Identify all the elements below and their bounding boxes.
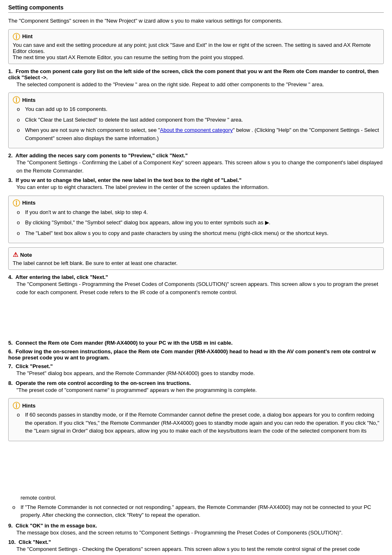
note1-text: The label cannot be left blank. Be sure …	[13, 260, 379, 266]
step-5-num: 5.	[8, 340, 16, 346]
step-2: 2. After adding the neces sary com ponen…	[8, 152, 384, 175]
step-10: 10. Click "Next." The "Component Setting…	[8, 539, 384, 555]
hint-header-1: Hint	[13, 33, 379, 40]
hint4-bullet-2: o If "The Remote Commander is not connec…	[12, 503, 384, 519]
step-3-label: If you w ant to change the label, enter …	[16, 177, 242, 183]
hint3-bullet-3: o The "Label" text box allow s you to co…	[17, 229, 379, 237]
hint-box-2: Hints o You can add up to 16 components.…	[8, 92, 384, 148]
hint-title-3: Hints	[22, 200, 36, 206]
hint4-list: o If 60 seconds passes in standby mode, …	[17, 411, 379, 435]
hint4-extra-list: o If "The Remote Commander is not connec…	[12, 503, 384, 519]
hint-header-2: Hints	[13, 96, 379, 104]
hint3-list: o If you don't w ant to change the label…	[17, 208, 379, 237]
step-9: 9. Click "OK" in the m essage box. The m…	[8, 523, 384, 537]
step-3: 3. If you w ant to change the label, ent…	[8, 177, 384, 191]
step-5-label: Connect the Rem ote Com mander (RM-AX400…	[16, 340, 233, 346]
hint1-line2: The next time you start AX Remote Editor…	[13, 54, 379, 60]
step-4-num: 4.	[8, 274, 16, 280]
svg-point-7	[16, 200, 17, 202]
hint-box-3: Hints o If you don't w ant to change the…	[8, 196, 384, 244]
hint4-bullet-1: o If 60 seconds passes in standby mode, …	[17, 411, 379, 435]
hint-icon-3	[13, 199, 20, 207]
step-4-body: The "Component Settings - Programming th…	[16, 280, 384, 296]
hint-header-3: Hints	[13, 199, 379, 207]
hint-box-4: Hints o If 60 seconds passes in standby …	[8, 398, 384, 441]
step-4: 4. After entering the label, click "Next…	[8, 274, 384, 296]
note-icon-1: ⚠	[13, 251, 18, 258]
step-3-num: 3.	[8, 177, 16, 183]
step-8-num: 8.	[8, 380, 16, 386]
step-2-num: 2.	[8, 152, 16, 159]
step-7: 7. Click "Preset." The "Preset" dialog b…	[8, 363, 384, 378]
note-header-1: ⚠ Note	[13, 251, 379, 258]
step-4-label: After entering the label, click "Next."	[16, 274, 108, 280]
hint-icon-1	[13, 33, 20, 40]
step-8-body: "The preset code of "component name" is …	[16, 386, 384, 394]
step-1: 1. From the com ponent cate gory list on…	[8, 68, 384, 89]
hint2-list: o You can add up to 16 components. o Cli…	[17, 105, 379, 142]
step-1-num: 1.	[8, 68, 16, 74]
hint2-bullet-3: o When you are not sure w hich component…	[17, 126, 379, 142]
step-1-body: The selected component is added to the "…	[16, 81, 384, 89]
step-10-num: 10.	[8, 539, 18, 545]
step-6-label: Follow ing the on-screen instructions, p…	[8, 348, 376, 361]
step-9-num: 9.	[8, 523, 16, 529]
hint-title-1: Hint	[22, 33, 32, 39]
hint3-bullet-2: o By clicking "Symbol," the "Symbol sele…	[17, 219, 379, 227]
hint-title-2: Hints	[22, 97, 36, 103]
step-6-num: 6.	[8, 348, 16, 355]
svg-point-10	[16, 403, 17, 405]
step-8-label: Operate the rem ote control according to…	[16, 380, 191, 386]
step-2-label: After adding the neces sary com ponents …	[16, 152, 188, 159]
step-2-body: The "Component Settings - Confirming the…	[16, 159, 384, 175]
step-7-body: The "Preset" dialog box appears, and the…	[16, 369, 384, 378]
hint2-bullet-2: o Click "Clear the Last Selected" to del…	[17, 116, 379, 124]
note-box-1: ⚠ Note The label cannot be left blank. B…	[8, 247, 384, 270]
step-9-body: The message box closes, and the screen r…	[16, 529, 384, 537]
hint-box-1: Hint You can save and exit the setting p…	[8, 29, 384, 64]
hint1-line1: You can save and exit the setting proced…	[13, 42, 379, 54]
hint-header-4: Hints	[13, 402, 379, 409]
svg-point-4	[16, 98, 17, 99]
step-10-label: Click "Next."	[18, 539, 51, 545]
continued-remote: remote control.	[21, 495, 384, 501]
step-1-label: From the com ponent cate gory list on th…	[8, 68, 378, 81]
step-5: 5. Connect the Rem ote Com mander (RM-AX…	[8, 340, 384, 346]
step-7-num: 7.	[8, 363, 16, 369]
svg-point-1	[16, 34, 17, 35]
step-3-body: You can enter up to eight characters. Th…	[16, 183, 384, 191]
page-title: Setting components	[8, 4, 384, 13]
hint3-bullet-1: o If you don't w ant to change the label…	[17, 208, 379, 216]
about-component-link[interactable]: About the component category	[160, 127, 233, 133]
step-10-body: The "Component Settings - Checking the O…	[16, 545, 384, 555]
step-9-label: Click "OK" in the m essage box.	[16, 523, 97, 529]
hint-icon-4	[13, 402, 20, 409]
spacer-2	[8, 445, 384, 495]
hint-icon-2	[13, 96, 20, 104]
hint-title-4: Hints	[22, 403, 36, 409]
spacer-1	[8, 299, 384, 340]
step-6: 6. Follow ing the on-screen instructions…	[8, 348, 384, 361]
note-title-1: Note	[20, 252, 32, 258]
hint2-bullet-1: o You can add up to 16 components.	[17, 105, 379, 113]
step-8: 8. Operate the rem ote control according…	[8, 380, 384, 394]
intro-paragraph: The "Component Settings" screen in the "…	[8, 17, 384, 25]
step-7-label: Click "Preset."	[16, 363, 53, 369]
